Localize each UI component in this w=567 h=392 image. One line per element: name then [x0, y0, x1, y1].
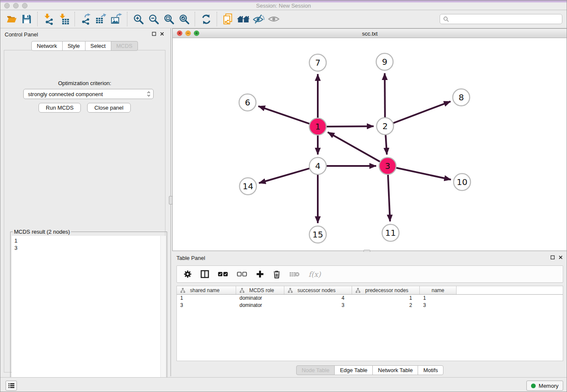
criterion-value: strongly connected component — [24, 91, 147, 97]
optimization-criterion-label: Optimization criterion: — [4, 80, 165, 86]
unselect-all-columns-button[interactable] — [237, 271, 247, 277]
show-column-panel-button[interactable] — [201, 270, 209, 278]
memory-button[interactable]: Memory — [526, 381, 563, 391]
table-cell: 2 — [352, 302, 420, 308]
fx-icon: f(x) — [308, 270, 321, 279]
import-network-button[interactable] — [41, 11, 56, 27]
tab-network-table[interactable]: Network Table — [372, 365, 418, 375]
table-cell: 3 — [177, 302, 236, 308]
column-header-name[interactable]: name — [420, 286, 457, 294]
table-cell: 3 — [420, 302, 457, 308]
toolbar-separator — [195, 12, 195, 26]
search-box[interactable] — [440, 14, 562, 24]
close-panel-icon[interactable] — [559, 255, 563, 259]
result-scrollbar[interactable] — [160, 236, 165, 390]
zoom-fit-button[interactable] — [161, 11, 176, 27]
zoom-in-button[interactable] — [131, 11, 146, 27]
new-network-file-icon — [223, 13, 234, 25]
edge-2-9[interactable] — [385, 73, 385, 118]
table-row[interactable]: 3dominator323 — [177, 302, 563, 309]
edge-3-1[interactable] — [328, 132, 381, 162]
tab-style[interactable]: Style — [62, 41, 85, 51]
edge-3-11[interactable] — [388, 174, 390, 221]
column-header-shared-name[interactable]: shared name — [177, 286, 236, 294]
edge-1-2[interactable] — [326, 126, 374, 127]
houses-icon — [237, 14, 250, 25]
mcds-result-line: 1 — [14, 237, 165, 244]
add-column-button[interactable] — [256, 270, 264, 278]
toolbar-separator — [37, 12, 38, 26]
node-label-1: 1 — [315, 121, 321, 132]
mcds-result-area[interactable]: 13 — [12, 236, 165, 390]
window-title: Session: New Session — [0, 3, 567, 9]
mcds-result-line: 3 — [14, 244, 165, 251]
edge-2-8[interactable] — [393, 102, 451, 124]
close-panel-icon[interactable] — [160, 32, 164, 36]
column-label: successor nodes — [297, 287, 336, 293]
column-header-MCDS-role[interactable]: MCDS role — [236, 286, 284, 294]
zoom-in-icon — [133, 14, 144, 25]
network-canvas[interactable]: 1234678910111415 — [173, 38, 567, 251]
float-panel-icon[interactable] — [152, 32, 156, 36]
select-all-columns-button[interactable] — [218, 271, 228, 277]
tab-node-table[interactable]: Node Table — [296, 365, 335, 375]
table-row[interactable]: 1dominator411 — [177, 295, 563, 302]
run-mcds-button[interactable]: Run MCDS — [39, 103, 81, 113]
export-image-button[interactable] — [109, 11, 124, 27]
edge-2-3[interactable] — [385, 134, 387, 155]
export-network-button[interactable] — [78, 11, 94, 27]
show-panels-button[interactable] — [266, 11, 281, 27]
apply-layout-button[interactable] — [198, 11, 214, 27]
control-panel: Control Panel NetworkStyleSelectMCDS Opt… — [0, 28, 169, 376]
table-toolbar: f(x) — [176, 265, 563, 283]
show-home-panel-button[interactable] — [236, 11, 251, 27]
table-tabs: Node TableEdge TableNetwork TableMotifs — [172, 365, 567, 375]
close-panel-button[interactable]: Close panel — [87, 103, 131, 113]
tab-network[interactable]: Network — [31, 41, 63, 51]
delete-columns-button[interactable] — [273, 270, 281, 279]
column-header-predecessor-nodes[interactable]: predecessor nodes — [352, 286, 420, 294]
node-label-2: 2 — [383, 121, 388, 131]
mcds-result-title: MCDS result (2 nodes) — [13, 229, 71, 235]
node-label-9: 9 — [382, 57, 388, 67]
hide-panels-button[interactable] — [251, 11, 266, 27]
table-cell: 1 — [420, 295, 457, 301]
export-table-icon — [95, 13, 107, 25]
export-image-icon — [110, 13, 123, 25]
mcds-result-list: 13 — [12, 236, 165, 251]
search-input[interactable] — [451, 15, 562, 23]
table-cell: 3 — [284, 302, 352, 308]
edge-3-10[interactable] — [396, 168, 451, 179]
table-cell: dominator — [236, 302, 284, 308]
edge-1-6[interactable] — [259, 106, 310, 124]
import-table-button[interactable] — [56, 11, 72, 27]
control-panel-title: Control Panel — [5, 31, 38, 38]
open-folder-icon — [6, 14, 17, 25]
criterion-select[interactable]: strongly connected component — [23, 89, 154, 99]
tab-select[interactable]: Select — [85, 41, 111, 51]
function-builder-button[interactable]: f(x) — [308, 270, 321, 279]
tab-mcds[interactable]: MCDS — [111, 41, 138, 51]
column-header-successor-nodes[interactable]: successor nodes — [284, 286, 352, 294]
save-session-button[interactable] — [19, 11, 34, 27]
edge-4-14[interactable] — [259, 168, 310, 183]
plus-icon — [256, 270, 264, 278]
task-history-button[interactable] — [6, 381, 17, 391]
open-session-button[interactable] — [4, 11, 19, 27]
zoom-out-button[interactable] — [146, 11, 161, 27]
zoom-selected-button[interactable] — [176, 11, 192, 27]
table-panel-title: Table Panel — [176, 255, 205, 261]
tab-motifs[interactable]: Motifs — [418, 365, 443, 375]
main-toolbar — [0, 10, 567, 28]
window-titlebar: Session: New Session — [0, 0, 567, 10]
floppy-disk-icon — [21, 14, 32, 25]
float-panel-icon[interactable] — [550, 255, 555, 259]
export-table-button[interactable] — [94, 11, 109, 27]
tab-edge-table[interactable]: Edge Table — [334, 365, 373, 375]
new-network-from-selection-button[interactable] — [220, 11, 236, 27]
table-settings-button[interactable] — [184, 270, 192, 278]
table-cell: 4 — [284, 295, 352, 301]
column-label: shared name — [190, 287, 220, 293]
delete-table-button[interactable] — [289, 271, 300, 278]
refresh-icon — [201, 14, 212, 25]
